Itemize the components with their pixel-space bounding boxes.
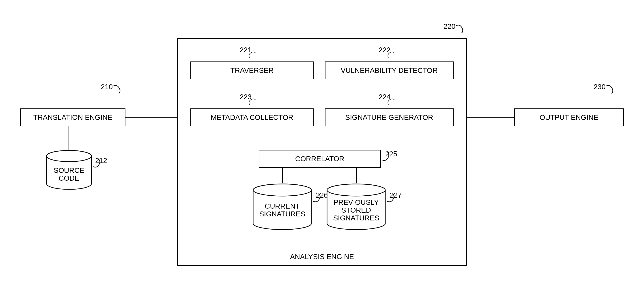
prev-signatures-label: PREVIOUSLY STORED SIGNATURES <box>326 198 386 222</box>
refnum-220: 220 <box>444 22 456 31</box>
conn-translation-analysis <box>126 117 177 118</box>
correlator-box: CORRELATOR <box>259 150 381 168</box>
hook-230 <box>605 85 616 94</box>
hook-220 <box>455 25 466 33</box>
translation-engine-label: TRANSLATION ENGINE <box>33 113 112 122</box>
analysis-engine-label: ANALYSIS ENGINE <box>178 253 466 261</box>
metadata-collector-box: METADATA COLLECTOR <box>190 108 314 126</box>
svg-point-3 <box>253 184 311 196</box>
signature-generator-label: SIGNATURE GENERATOR <box>345 113 433 122</box>
vuln-detector-box: VULNERABILITY DETECTOR <box>325 61 454 79</box>
hook-225 <box>381 152 392 161</box>
hook-224 <box>388 98 396 105</box>
output-engine-box: OUTPUT ENGINE <box>514 108 624 126</box>
hook-221 <box>249 51 258 58</box>
hook-223 <box>249 98 258 105</box>
refnum-230: 230 <box>594 83 606 91</box>
signature-generator-box: SIGNATURE GENERATOR <box>325 108 454 126</box>
traverser-label: TRAVERSER <box>230 66 274 75</box>
conn-correlator-prev <box>356 168 357 183</box>
hook-210 <box>112 85 123 94</box>
translation-engine-box: TRANSLATION ENGINE <box>20 108 126 126</box>
svg-point-5 <box>327 184 385 196</box>
hook-227 <box>386 193 397 202</box>
diagram-canvas: TRANSLATION ENGINE 210 SOURCE CODE 212 A… <box>0 0 644 298</box>
vuln-detector-label: VULNERABILITY DETECTOR <box>341 66 438 75</box>
traverser-box: TRAVERSER <box>190 61 314 79</box>
hook-212 <box>92 159 103 168</box>
current-signatures-label: CURRENT SIGNATURES <box>252 202 312 218</box>
conn-correlator-current <box>282 168 283 183</box>
svg-point-1 <box>46 150 92 162</box>
conn-analysis-output <box>467 117 514 118</box>
refnum-210: 210 <box>101 83 113 91</box>
source-code-label: SOURCE CODE <box>46 166 92 182</box>
conn-translation-source <box>68 126 69 150</box>
hook-222 <box>388 51 396 58</box>
metadata-collector-label: METADATA COLLECTOR <box>210 113 293 122</box>
hook-226 <box>312 193 323 202</box>
output-engine-label: OUTPUT ENGINE <box>540 113 598 122</box>
correlator-label: CORRELATOR <box>295 155 344 163</box>
